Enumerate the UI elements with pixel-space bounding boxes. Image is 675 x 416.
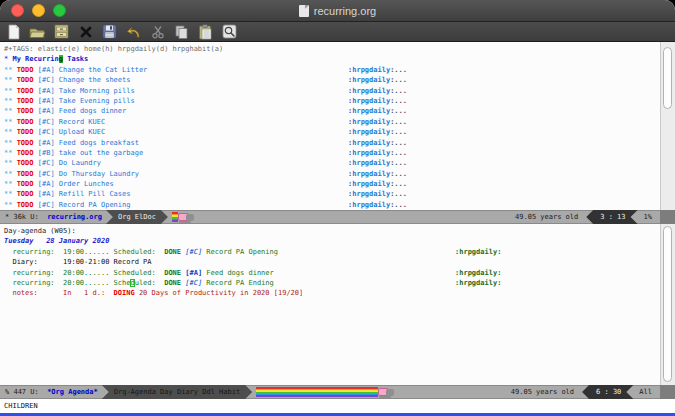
- agenda-item[interactable]: recurring: 20:00...... Scheduled: DONE […: [4, 268, 659, 278]
- modeline-bottom: % 447 U: *Org Agenda* Org-Agenda Day Dia…: [0, 385, 675, 399]
- document-proxy-icon: [299, 5, 309, 17]
- todo-priority: [#A]: [38, 97, 59, 105]
- zoom-window-button[interactable]: [53, 4, 66, 17]
- todo-title: Take Morning pills: [59, 87, 135, 95]
- todo-stars: **: [4, 180, 17, 188]
- nyan-cat-progress: [256, 385, 394, 399]
- todo-title: take out the garbage: [59, 149, 143, 157]
- open-file-icon[interactable]: [29, 23, 46, 40]
- todo-line[interactable]: ** TODO [#C] Do Laundry:hrpgdaily:...: [4, 158, 659, 168]
- cut-icon[interactable]: [149, 23, 166, 40]
- todo-priority: [#A]: [38, 190, 59, 198]
- todo-title: Record PA Opening: [59, 201, 131, 209]
- tag: :hrpgdaily:...: [348, 169, 407, 179]
- todo-line[interactable]: ** TODO [#C] Record KUEC:hrpgdaily:...: [4, 117, 659, 127]
- todo-title: Do Thursday Laundry: [59, 170, 139, 178]
- modeline-age: 49.05 years old: [515, 213, 578, 221]
- modeline-modes[interactable]: Org ElDoc: [106, 210, 168, 224]
- todo-title: Order Lunches: [59, 180, 114, 188]
- modeline-modes[interactable]: Org-Agenda Day Diary Ddl Habit: [102, 385, 252, 399]
- tag: :hrpgdaily:...: [348, 117, 407, 127]
- echo-area-text: CHILDREN: [4, 402, 38, 410]
- dired-icon[interactable]: [53, 23, 70, 40]
- tag: :hrpgdaily:...: [348, 189, 407, 199]
- tag: :hrpgdaily:...: [348, 138, 407, 148]
- scrollbar-track[interactable]: [660, 224, 675, 385]
- todo-keyword: TODO: [17, 190, 38, 198]
- modeline-scrollbar-cap: [660, 210, 675, 224]
- todo-stars: **: [4, 87, 17, 95]
- todo-list: ** TODO [#A] Change the Cat Litter:hrpgd…: [4, 65, 659, 210]
- agenda-header[interactable]: Day-agenda (W05):: [4, 226, 659, 236]
- nyan-cat-icon: [172, 210, 194, 224]
- modeline-percent: 1%: [638, 213, 658, 221]
- scrollbar-track[interactable]: [660, 42, 675, 210]
- search-icon[interactable]: [221, 23, 238, 40]
- tag: :hrpgdaily:...: [348, 106, 407, 116]
- headline-level1[interactable]: * My Recurring Tasks: [4, 54, 659, 64]
- new-file-icon[interactable]: [5, 23, 22, 40]
- todo-title: Record KUEC: [59, 118, 105, 126]
- agenda-item[interactable]: recurring: 19:00...... Scheduled: DONE […: [4, 247, 659, 257]
- todo-line[interactable]: ** TODO [#A] Order Lunches:hrpgdaily:...: [4, 179, 659, 189]
- todo-stars: **: [4, 128, 17, 136]
- tag: :hrpgdaily:: [455, 268, 501, 278]
- todo-keyword: TODO: [17, 149, 38, 157]
- todo-priority: [#C]: [38, 118, 59, 126]
- window-title: recurring.org: [314, 5, 376, 17]
- todo-line[interactable]: ** TODO [#C] Upload KUEC:hrpgdaily:...: [4, 127, 659, 137]
- agenda-diary-item[interactable]: Diary: 19:00-21:00 Record PA: [4, 257, 659, 267]
- agenda-date[interactable]: Tuesday 28 January 2020: [4, 236, 659, 246]
- todo-title: Feed dogs dinner: [59, 107, 126, 115]
- paste-icon[interactable]: [197, 23, 214, 40]
- todo-line[interactable]: ** TODO [#A] Change the Cat Litter:hrpgd…: [4, 65, 659, 75]
- meta-line[interactable]: #+TAGS: elastic(e) home(h) hrpgdaily(d) …: [4, 44, 659, 54]
- todo-keyword: TODO: [17, 66, 38, 74]
- todo-line[interactable]: ** TODO [#B] take out the garbage:hrpgda…: [4, 148, 659, 158]
- todo-title: Feed dogs breakfast: [59, 139, 139, 147]
- todo-priority: [#A]: [38, 66, 59, 74]
- close-window-button[interactable]: [11, 4, 24, 17]
- modeline-buffer-name[interactable]: recurring.org: [47, 213, 102, 221]
- todo-stars: **: [4, 139, 17, 147]
- agenda-notes-item[interactable]: notes: In 1 d.: DOING 20 Days of Product…: [4, 288, 659, 298]
- minimize-window-button[interactable]: [32, 4, 45, 17]
- todo-line[interactable]: ** TODO [#C] Record PA Opening:hrpgdaily…: [4, 200, 659, 210]
- todo-line[interactable]: ** TODO [#C] Do Thursday Laundry:hrpgdai…: [4, 169, 659, 179]
- close-buffer-icon[interactable]: [77, 23, 94, 40]
- org-buffer-window: #+TAGS: elastic(e) home(h) hrpgdaily(d) …: [0, 42, 675, 210]
- todo-line[interactable]: ** TODO [#A] Feed dogs breakfast:hrpgdai…: [4, 138, 659, 148]
- todo-priority: [#C]: [38, 170, 59, 178]
- tag: :hrpgdaily:...: [348, 75, 407, 85]
- scrollbar-thumb[interactable]: [663, 47, 672, 109]
- modeline-position: 6 : 30: [582, 385, 633, 399]
- undo-icon[interactable]: [125, 23, 142, 40]
- modeline-flags: * 36k U:: [0, 213, 47, 221]
- todo-line[interactable]: ** TODO [#A] Feed dogs dinner:hrpgdaily:…: [4, 106, 659, 116]
- tag: :hrpgdaily:...: [348, 200, 407, 210]
- todo-keyword: TODO: [17, 118, 38, 126]
- todo-priority: [#A]: [38, 139, 59, 147]
- todo-priority: [#C]: [38, 201, 59, 209]
- todo-priority: [#A]: [38, 87, 59, 95]
- minibuffer[interactable]: CHILDREN: [0, 399, 675, 413]
- todo-line[interactable]: ** TODO [#A] Take Morning pills:hrpgdail…: [4, 86, 659, 96]
- todo-keyword: TODO: [17, 107, 38, 115]
- scrollbar-thumb[interactable]: [663, 226, 672, 382]
- save-icon[interactable]: [101, 23, 118, 40]
- todo-title: Do Laundry: [59, 159, 101, 167]
- modeline-position: 3 : 13: [586, 210, 637, 224]
- modeline-flags: % 447 U:: [0, 388, 47, 396]
- tag: :hrpgdaily:...: [348, 86, 407, 96]
- todo-priority: [#A]: [38, 107, 59, 115]
- todo-keyword: TODO: [17, 159, 38, 167]
- todo-line[interactable]: ** TODO [#A] Refill Pill Cases:hrpgdaily…: [4, 189, 659, 199]
- copy-icon[interactable]: [173, 23, 190, 40]
- todo-line[interactable]: ** TODO [#A] Take Evening pills:hrpgdail…: [4, 96, 659, 106]
- titlebar: recurring.org: [0, 0, 675, 22]
- modeline-age: 49.05 years old: [511, 388, 574, 396]
- modeline-buffer-name[interactable]: *Org Agenda*: [47, 388, 98, 396]
- agenda-item[interactable]: recurring: 20:00...... Scheduled: DONE […: [4, 278, 659, 288]
- todo-stars: **: [4, 107, 17, 115]
- todo-line[interactable]: ** TODO [#C] Change the sheets:hrpgdaily…: [4, 75, 659, 85]
